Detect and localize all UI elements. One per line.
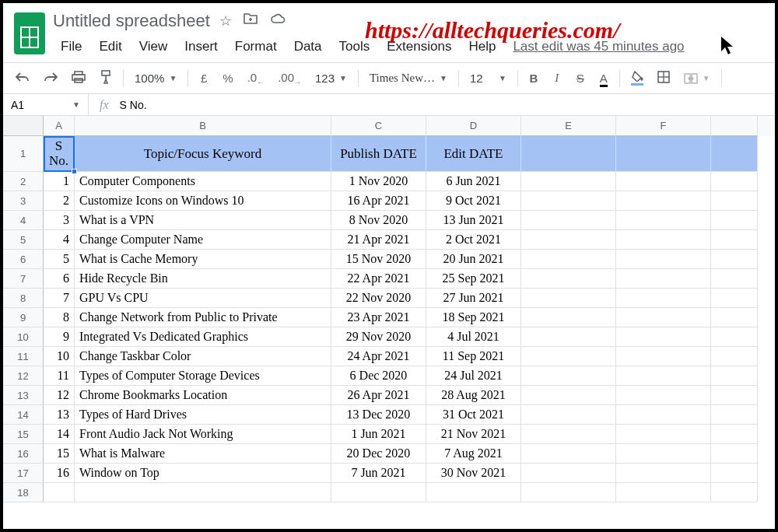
merge-cells-button[interactable]: ▼ xyxy=(681,72,713,86)
cell-publish-date[interactable]: 22 Apr 2021 xyxy=(331,269,426,289)
font-size-dropdown[interactable]: 12 ▼ xyxy=(467,70,510,86)
cell-edit-date[interactable]: 13 Jun 2021 xyxy=(426,211,521,230)
cloud-status-icon[interactable] xyxy=(269,12,286,30)
sheets-logo-icon[interactable] xyxy=(14,12,45,54)
row-header[interactable]: 12 xyxy=(3,366,44,386)
cell-edit-date[interactable]: 24 Jul 2021 xyxy=(426,366,521,386)
cell-topic[interactable]: Chrome Bookmarks Location xyxy=(75,386,331,405)
cell-topic[interactable]: Customize Icons on Windows 10 xyxy=(75,191,331,211)
cell[interactable] xyxy=(616,250,711,269)
header-cell-publish[interactable]: Publish DATE xyxy=(331,136,426,172)
cell[interactable] xyxy=(616,483,711,502)
cell-sno[interactable]: 7 xyxy=(44,289,75,308)
cell[interactable] xyxy=(616,386,711,405)
cell[interactable] xyxy=(521,327,616,347)
cell[interactable] xyxy=(616,172,711,191)
cell[interactable] xyxy=(521,405,616,425)
cell-publish-date[interactable]: 20 Dec 2020 xyxy=(331,444,426,464)
row-header[interactable]: 14 xyxy=(3,405,44,425)
cell[interactable] xyxy=(521,425,616,444)
font-dropdown[interactable]: Times New…▼ xyxy=(366,70,450,86)
row-header[interactable]: 13 xyxy=(3,386,44,405)
cell[interactable] xyxy=(75,483,331,502)
menu-file[interactable]: File xyxy=(53,37,89,56)
cell[interactable] xyxy=(616,211,711,230)
cell-publish-date[interactable]: 7 Jun 2021 xyxy=(331,464,426,483)
undo-button[interactable] xyxy=(12,69,33,87)
cell-topic[interactable]: What is Cache Memory xyxy=(75,250,331,269)
cell[interactable] xyxy=(711,230,758,250)
cell[interactable] xyxy=(521,444,616,464)
header-cell-sno[interactable]: S No. xyxy=(44,136,75,172)
cell[interactable] xyxy=(711,386,758,405)
redo-button[interactable] xyxy=(40,69,61,87)
cell[interactable] xyxy=(521,136,616,172)
cell[interactable] xyxy=(616,327,711,347)
cell-sno[interactable]: 4 xyxy=(44,230,75,250)
formula-input[interactable]: S No. xyxy=(120,99,147,111)
name-box[interactable]: A1▼ xyxy=(3,94,89,115)
cell[interactable] xyxy=(521,483,616,502)
cell-topic[interactable]: Change Computer Name xyxy=(75,230,331,250)
menu-view[interactable]: View xyxy=(131,37,176,56)
row-header[interactable]: 10 xyxy=(3,327,44,347)
cell[interactable] xyxy=(711,191,758,211)
menu-insert[interactable]: Insert xyxy=(177,37,226,56)
cell[interactable] xyxy=(521,289,616,308)
cell-edit-date[interactable]: 4 Jul 2021 xyxy=(426,327,521,347)
cell[interactable] xyxy=(711,483,758,502)
cell[interactable] xyxy=(711,464,758,483)
cell-edit-date[interactable]: 11 Sep 2021 xyxy=(426,347,521,366)
cell-publish-date[interactable]: 21 Apr 2021 xyxy=(331,230,426,250)
cell-edit-date[interactable]: 27 Jun 2021 xyxy=(426,289,521,308)
document-title[interactable]: Untitled spreadsheet xyxy=(53,11,210,31)
cell[interactable] xyxy=(616,289,711,308)
cell[interactable] xyxy=(521,347,616,366)
cell-edit-date[interactable]: 18 Sep 2021 xyxy=(426,308,521,327)
cell[interactable] xyxy=(616,366,711,386)
cell[interactable] xyxy=(711,269,758,289)
cell-sno[interactable]: 6 xyxy=(44,269,75,289)
header-cell-edit[interactable]: Edit DATE xyxy=(426,136,521,172)
cell-publish-date[interactable]: 23 Apr 2021 xyxy=(331,308,426,327)
cell-publish-date[interactable]: 24 Apr 2021 xyxy=(331,347,426,366)
fill-color-button[interactable] xyxy=(628,68,647,88)
cell[interactable] xyxy=(426,483,521,502)
row-header[interactable]: 16 xyxy=(3,444,44,464)
cell-edit-date[interactable]: 9 Oct 2021 xyxy=(426,191,521,211)
cell-sno[interactable]: 14 xyxy=(44,425,75,444)
cell[interactable] xyxy=(616,136,711,172)
cell-topic[interactable]: What is a VPN xyxy=(75,211,331,230)
italic-button[interactable]: I xyxy=(549,69,565,87)
cell[interactable] xyxy=(711,425,758,444)
row-header[interactable]: 5 xyxy=(3,230,44,250)
header-cell-topic[interactable]: Topic/Focus Keyword xyxy=(75,136,331,172)
row-header[interactable]: 11 xyxy=(3,347,44,366)
cell[interactable] xyxy=(711,347,758,366)
increase-decimal-button[interactable]: .00→ xyxy=(275,68,304,89)
cell[interactable] xyxy=(521,366,616,386)
cell-topic[interactable]: What is Malware xyxy=(75,444,331,464)
cell[interactable] xyxy=(521,230,616,250)
percent-button[interactable]: % xyxy=(219,69,236,87)
cell[interactable] xyxy=(521,464,616,483)
cell-publish-date[interactable]: 13 Dec 2020 xyxy=(331,405,426,425)
cell-edit-date[interactable]: 2 Oct 2021 xyxy=(426,230,521,250)
cell-sno[interactable]: 9 xyxy=(44,327,75,347)
cell[interactable] xyxy=(616,230,711,250)
column-header[interactable]: A xyxy=(44,116,75,136)
row-header[interactable]: 7 xyxy=(3,269,44,289)
cell-sno[interactable]: 12 xyxy=(44,386,75,405)
cell[interactable] xyxy=(521,269,616,289)
cell-sno[interactable]: 5 xyxy=(44,250,75,269)
row-header[interactable]: 8 xyxy=(3,289,44,308)
cell-topic[interactable]: Change Taskbar Color xyxy=(75,347,331,366)
cell-sno[interactable]: 3 xyxy=(44,211,75,230)
row-header[interactable]: 4 xyxy=(3,211,44,230)
cell-publish-date[interactable]: 6 Dec 2020 xyxy=(331,366,426,386)
cell-topic[interactable]: Hide Recycle Bin xyxy=(75,269,331,289)
row-header[interactable]: 6 xyxy=(3,250,44,269)
menu-data[interactable]: Data xyxy=(286,37,330,56)
cell-sno[interactable]: 10 xyxy=(44,347,75,366)
cell[interactable] xyxy=(616,308,711,327)
